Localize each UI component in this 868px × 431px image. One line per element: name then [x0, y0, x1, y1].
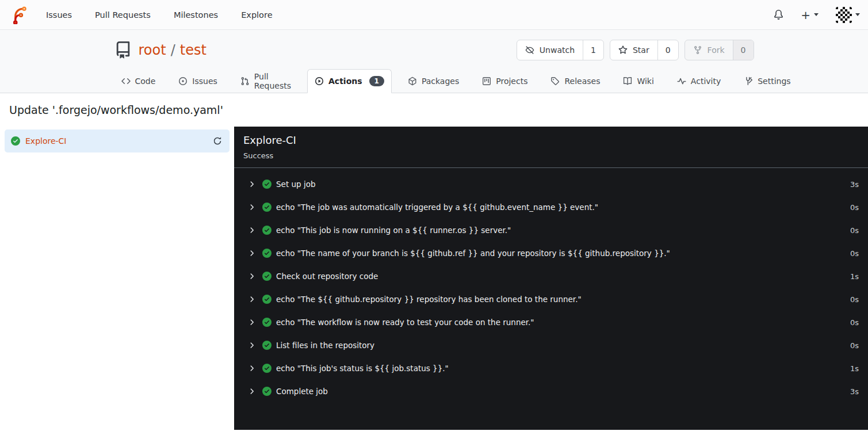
tab-issues[interactable]: Issues [171, 69, 224, 93]
package-icon [408, 77, 417, 86]
step-row-3[interactable]: echo "This job is now running on a ${{ r… [234, 219, 868, 242]
navbar-right: + [774, 7, 860, 23]
repo-action-count[interactable]: 0 [733, 40, 754, 60]
tab-settings[interactable]: Settings [737, 69, 797, 93]
chevron-right-icon [248, 364, 256, 372]
chevron-right-icon [248, 249, 256, 257]
step-row-10[interactable]: Complete job 3s [234, 380, 868, 403]
repo-book-icon [114, 41, 132, 59]
tab-count-badge: 1 [369, 76, 384, 86]
step-row-6[interactable]: echo "The ${{ github.repository }} repos… [234, 288, 868, 311]
step-duration: 0s [850, 226, 859, 235]
play-circle-icon [315, 77, 324, 86]
eye-slash-icon [525, 45, 534, 55]
job-item-explore-ci[interactable]: Explore-CI [5, 129, 230, 152]
step-row-2[interactable]: echo "The job was automatically triggere… [234, 196, 868, 219]
star-button[interactable]: Star 0 [610, 40, 679, 60]
step-success-icon [262, 249, 272, 258]
step-success-icon [262, 364, 272, 373]
step-duration: 0s [850, 203, 859, 212]
job-log-header: Explore-CI Success [234, 127, 868, 168]
step-success-icon [262, 295, 272, 304]
tab-code[interactable]: Code [114, 69, 163, 93]
repo-header: root / test Unwatch 1 Star 0 Fork 0 Code… [0, 30, 868, 93]
step-success-icon [262, 226, 272, 235]
repo-title: root / test [139, 42, 207, 58]
navbar-link-explore[interactable]: Explore [240, 7, 273, 23]
fork-icon [693, 45, 702, 55]
step-success-icon [262, 341, 272, 350]
actions-run-page: Update '.forgejo/workflows/demo.yaml' Ex… [0, 102, 868, 430]
job-steps-list: Set up job 3s echo "The job was automati… [234, 168, 868, 403]
issue-icon [178, 77, 188, 86]
tab-activity[interactable]: Activity [670, 69, 728, 93]
step-row-9[interactable]: echo "This job's status is ${{ job.statu… [234, 357, 868, 380]
create-new-button[interactable]: + [801, 9, 819, 21]
navbar-link-issues[interactable]: Issues [45, 7, 73, 23]
tab-packages[interactable]: Packages [401, 69, 466, 93]
step-success-icon [262, 180, 272, 189]
repo-name-link[interactable]: test [180, 42, 207, 58]
step-duration: 0s [850, 318, 859, 327]
pulse-icon [677, 77, 686, 86]
step-duration: 3s [850, 180, 859, 189]
step-row-4[interactable]: echo "The name of your branch is ${{ git… [234, 242, 868, 265]
chevron-right-icon [248, 387, 256, 395]
step-duration: 0s [850, 295, 859, 304]
step-name: echo "The name of your branch is ${{ git… [276, 249, 850, 258]
project-icon [482, 77, 491, 86]
step-row-5[interactable]: Check out repository code 1s [234, 265, 868, 288]
chevron-right-icon [248, 318, 256, 326]
step-success-icon [262, 387, 272, 396]
repo-owner-link[interactable]: root [139, 42, 166, 58]
chevron-right-icon [248, 203, 256, 211]
chevron-down-icon [855, 13, 860, 16]
tag-icon [550, 77, 560, 86]
unwatch-button[interactable]: Unwatch 1 [517, 40, 604, 60]
tools-icon [744, 77, 753, 86]
step-row-8[interactable]: List files in the repository 0s [234, 334, 868, 357]
forgejo-logo[interactable] [12, 6, 29, 24]
avatar-identicon [836, 7, 852, 23]
bell-icon[interactable] [774, 10, 783, 20]
step-name: Complete job [276, 387, 850, 396]
navbar-link-pull-requests[interactable]: Pull Requests [94, 7, 152, 23]
step-duration: 1s [850, 364, 859, 373]
step-duration: 1s [850, 272, 859, 281]
book-icon [623, 77, 632, 86]
job-log-panel: Explore-CI Success Set up job 3s echo "T… [234, 127, 868, 430]
fork-button: Fork 0 [685, 40, 754, 60]
step-name: echo "This job's status is ${{ job.statu… [276, 364, 850, 373]
chevron-down-icon [814, 13, 819, 16]
step-name: Check out repository code [276, 272, 850, 281]
step-duration: 3s [850, 387, 859, 396]
step-success-icon [262, 203, 272, 212]
plus-icon: + [801, 9, 810, 21]
step-row-1[interactable]: Set up job 3s [234, 173, 868, 196]
rerun-job-button[interactable] [212, 135, 223, 147]
repo-action-buttons: Unwatch 1 Star 0 Fork 0 [517, 40, 754, 60]
user-menu-button[interactable] [836, 7, 860, 23]
tab-releases[interactable]: Releases [544, 69, 607, 93]
navbar-link-milestones[interactable]: Milestones [173, 7, 219, 23]
step-success-icon [262, 318, 272, 327]
pull-request-icon [240, 77, 250, 86]
repo-action-count[interactable]: 1 [583, 40, 603, 60]
tab-actions[interactable]: Actions 1 [307, 69, 392, 93]
repo-action-count[interactable]: 0 [657, 40, 678, 60]
step-name: echo "This job is now running on a ${{ r… [276, 226, 850, 235]
tab-pull-requests[interactable]: Pull Requests [234, 69, 298, 93]
step-name: echo "The ${{ github.repository }} repos… [276, 295, 850, 304]
code-icon [121, 77, 131, 86]
navbar-links: Issues Pull Requests Milestones Explore [45, 7, 274, 23]
run-title: Update '.forgejo/workflows/demo.yaml' [9, 102, 868, 117]
step-name: echo "The job was automatically triggere… [276, 203, 850, 212]
log-job-status: Success [243, 151, 859, 160]
job-success-check-icon [11, 136, 20, 146]
tab-wiki[interactable]: Wiki [616, 69, 660, 93]
chevron-right-icon [248, 180, 256, 188]
step-duration: 0s [850, 249, 859, 258]
chevron-right-icon [248, 341, 256, 349]
tab-projects[interactable]: Projects [475, 69, 534, 93]
step-row-7[interactable]: echo "The workflow is now ready to test … [234, 311, 868, 334]
